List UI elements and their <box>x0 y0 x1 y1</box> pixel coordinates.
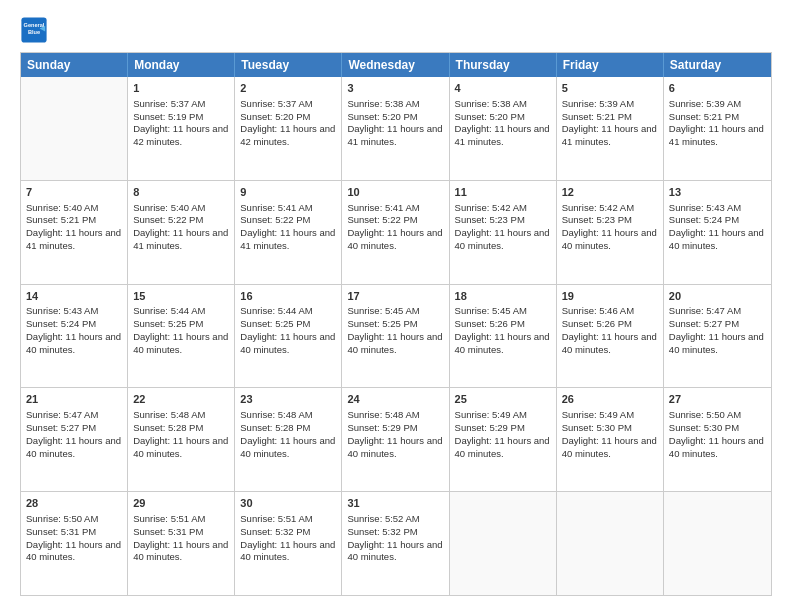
sun-info: Sunrise: 5:48 AMSunset: 5:28 PMDaylight:… <box>133 409 229 460</box>
logo: General Blue <box>20 16 52 44</box>
day-number: 22 <box>133 392 229 407</box>
day-number: 1 <box>133 81 229 96</box>
day-cell-18: 18Sunrise: 5:45 AMSunset: 5:26 PMDayligh… <box>450 285 557 388</box>
day-cell-empty <box>21 77 128 180</box>
calendar: SundayMondayTuesdayWednesdayThursdayFrid… <box>20 52 772 596</box>
sun-info: Sunrise: 5:46 AMSunset: 5:26 PMDaylight:… <box>562 305 658 356</box>
sun-info: Sunrise: 5:41 AMSunset: 5:22 PMDaylight:… <box>347 202 443 253</box>
sun-info: Sunrise: 5:43 AMSunset: 5:24 PMDaylight:… <box>26 305 122 356</box>
day-number: 8 <box>133 185 229 200</box>
sun-info: Sunrise: 5:41 AMSunset: 5:22 PMDaylight:… <box>240 202 336 253</box>
header-day-friday: Friday <box>557 53 664 77</box>
day-cell-31: 31Sunrise: 5:52 AMSunset: 5:32 PMDayligh… <box>342 492 449 595</box>
day-number: 5 <box>562 81 658 96</box>
sun-info: Sunrise: 5:44 AMSunset: 5:25 PMDaylight:… <box>240 305 336 356</box>
sun-info: Sunrise: 5:42 AMSunset: 5:23 PMDaylight:… <box>562 202 658 253</box>
day-number: 13 <box>669 185 766 200</box>
day-number: 9 <box>240 185 336 200</box>
day-number: 7 <box>26 185 122 200</box>
day-number: 3 <box>347 81 443 96</box>
day-number: 28 <box>26 496 122 511</box>
day-cell-19: 19Sunrise: 5:46 AMSunset: 5:26 PMDayligh… <box>557 285 664 388</box>
sun-info: Sunrise: 5:50 AMSunset: 5:31 PMDaylight:… <box>26 513 122 564</box>
sun-info: Sunrise: 5:52 AMSunset: 5:32 PMDaylight:… <box>347 513 443 564</box>
day-number: 21 <box>26 392 122 407</box>
day-number: 30 <box>240 496 336 511</box>
calendar-page: General Blue SundayMondayTuesdayWednesda… <box>0 0 792 612</box>
day-cell-27: 27Sunrise: 5:50 AMSunset: 5:30 PMDayligh… <box>664 388 771 491</box>
sun-info: Sunrise: 5:39 AMSunset: 5:21 PMDaylight:… <box>562 98 658 149</box>
day-cell-20: 20Sunrise: 5:47 AMSunset: 5:27 PMDayligh… <box>664 285 771 388</box>
logo-icon: General Blue <box>20 16 48 44</box>
day-cell-29: 29Sunrise: 5:51 AMSunset: 5:31 PMDayligh… <box>128 492 235 595</box>
sun-info: Sunrise: 5:40 AMSunset: 5:21 PMDaylight:… <box>26 202 122 253</box>
sun-info: Sunrise: 5:38 AMSunset: 5:20 PMDaylight:… <box>455 98 551 149</box>
day-cell-15: 15Sunrise: 5:44 AMSunset: 5:25 PMDayligh… <box>128 285 235 388</box>
sun-info: Sunrise: 5:51 AMSunset: 5:32 PMDaylight:… <box>240 513 336 564</box>
day-number: 20 <box>669 289 766 304</box>
sun-info: Sunrise: 5:45 AMSunset: 5:25 PMDaylight:… <box>347 305 443 356</box>
day-number: 27 <box>669 392 766 407</box>
sun-info: Sunrise: 5:50 AMSunset: 5:30 PMDaylight:… <box>669 409 766 460</box>
day-cell-empty <box>557 492 664 595</box>
day-number: 12 <box>562 185 658 200</box>
day-cell-9: 9Sunrise: 5:41 AMSunset: 5:22 PMDaylight… <box>235 181 342 284</box>
day-cell-22: 22Sunrise: 5:48 AMSunset: 5:28 PMDayligh… <box>128 388 235 491</box>
day-cell-16: 16Sunrise: 5:44 AMSunset: 5:25 PMDayligh… <box>235 285 342 388</box>
day-number: 29 <box>133 496 229 511</box>
week-row-4: 28Sunrise: 5:50 AMSunset: 5:31 PMDayligh… <box>21 491 771 595</box>
calendar-body: 1Sunrise: 5:37 AMSunset: 5:19 PMDaylight… <box>21 77 771 595</box>
day-number: 17 <box>347 289 443 304</box>
day-number: 6 <box>669 81 766 96</box>
day-number: 15 <box>133 289 229 304</box>
header: General Blue <box>20 16 772 44</box>
day-cell-3: 3Sunrise: 5:38 AMSunset: 5:20 PMDaylight… <box>342 77 449 180</box>
day-number: 14 <box>26 289 122 304</box>
day-cell-25: 25Sunrise: 5:49 AMSunset: 5:29 PMDayligh… <box>450 388 557 491</box>
sun-info: Sunrise: 5:49 AMSunset: 5:29 PMDaylight:… <box>455 409 551 460</box>
sun-info: Sunrise: 5:47 AMSunset: 5:27 PMDaylight:… <box>26 409 122 460</box>
week-row-0: 1Sunrise: 5:37 AMSunset: 5:19 PMDaylight… <box>21 77 771 180</box>
sun-info: Sunrise: 5:48 AMSunset: 5:28 PMDaylight:… <box>240 409 336 460</box>
day-number: 11 <box>455 185 551 200</box>
sun-info: Sunrise: 5:40 AMSunset: 5:22 PMDaylight:… <box>133 202 229 253</box>
week-row-1: 7Sunrise: 5:40 AMSunset: 5:21 PMDaylight… <box>21 180 771 284</box>
day-number: 25 <box>455 392 551 407</box>
day-number: 18 <box>455 289 551 304</box>
week-row-2: 14Sunrise: 5:43 AMSunset: 5:24 PMDayligh… <box>21 284 771 388</box>
sun-info: Sunrise: 5:43 AMSunset: 5:24 PMDaylight:… <box>669 202 766 253</box>
sun-info: Sunrise: 5:37 AMSunset: 5:19 PMDaylight:… <box>133 98 229 149</box>
day-number: 26 <box>562 392 658 407</box>
sun-info: Sunrise: 5:48 AMSunset: 5:29 PMDaylight:… <box>347 409 443 460</box>
day-cell-8: 8Sunrise: 5:40 AMSunset: 5:22 PMDaylight… <box>128 181 235 284</box>
day-cell-7: 7Sunrise: 5:40 AMSunset: 5:21 PMDaylight… <box>21 181 128 284</box>
day-number: 24 <box>347 392 443 407</box>
day-cell-14: 14Sunrise: 5:43 AMSunset: 5:24 PMDayligh… <box>21 285 128 388</box>
day-number: 23 <box>240 392 336 407</box>
svg-text:Blue: Blue <box>28 29 40 35</box>
sun-info: Sunrise: 5:37 AMSunset: 5:20 PMDaylight:… <box>240 98 336 149</box>
day-cell-11: 11Sunrise: 5:42 AMSunset: 5:23 PMDayligh… <box>450 181 557 284</box>
header-day-saturday: Saturday <box>664 53 771 77</box>
day-cell-23: 23Sunrise: 5:48 AMSunset: 5:28 PMDayligh… <box>235 388 342 491</box>
day-number: 16 <box>240 289 336 304</box>
calendar-header: SundayMondayTuesdayWednesdayThursdayFrid… <box>21 53 771 77</box>
svg-text:General: General <box>24 22 45 28</box>
sun-info: Sunrise: 5:51 AMSunset: 5:31 PMDaylight:… <box>133 513 229 564</box>
day-cell-12: 12Sunrise: 5:42 AMSunset: 5:23 PMDayligh… <box>557 181 664 284</box>
sun-info: Sunrise: 5:42 AMSunset: 5:23 PMDaylight:… <box>455 202 551 253</box>
day-cell-6: 6Sunrise: 5:39 AMSunset: 5:21 PMDaylight… <box>664 77 771 180</box>
day-number: 10 <box>347 185 443 200</box>
day-cell-empty <box>664 492 771 595</box>
sun-info: Sunrise: 5:47 AMSunset: 5:27 PMDaylight:… <box>669 305 766 356</box>
header-day-tuesday: Tuesday <box>235 53 342 77</box>
day-cell-2: 2Sunrise: 5:37 AMSunset: 5:20 PMDaylight… <box>235 77 342 180</box>
day-cell-10: 10Sunrise: 5:41 AMSunset: 5:22 PMDayligh… <box>342 181 449 284</box>
day-cell-26: 26Sunrise: 5:49 AMSunset: 5:30 PMDayligh… <box>557 388 664 491</box>
day-cell-24: 24Sunrise: 5:48 AMSunset: 5:29 PMDayligh… <box>342 388 449 491</box>
sun-info: Sunrise: 5:45 AMSunset: 5:26 PMDaylight:… <box>455 305 551 356</box>
day-cell-1: 1Sunrise: 5:37 AMSunset: 5:19 PMDaylight… <box>128 77 235 180</box>
day-number: 19 <box>562 289 658 304</box>
header-day-thursday: Thursday <box>450 53 557 77</box>
day-number: 2 <box>240 81 336 96</box>
